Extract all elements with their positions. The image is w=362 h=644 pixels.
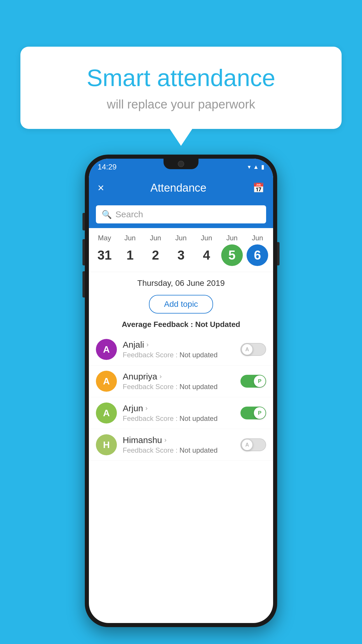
add-topic-button[interactable]: Add topic [149,295,213,314]
signal-icon: ▲ [253,164,259,170]
avg-feedback-row: Average Feedback : Not Updated [89,318,273,334]
page-title: Attendance [150,182,206,194]
calendar-strip: May31Jun1Jun2Jun3Jun4Jun5Jun6 [89,228,273,272]
student-name: Anjali › [123,340,235,350]
student-feedback-score: Feedback Score : Not updated [123,351,235,359]
student-list-item[interactable]: HHimanshu ›Feedback Score : Not updatedA [89,429,273,461]
calendar-month-label: Jun [252,234,263,242]
student-avatar: A [96,339,117,360]
phone-screen: 14:29 ▾ ▲ ▮ × Attendance 📅 🔍 Search [89,159,273,623]
student-feedback-score: Feedback Score : Not updated [123,446,235,454]
calendar-date-number[interactable]: 5 [221,244,243,266]
student-name: Anupriya › [123,372,235,382]
calendar-day[interactable]: Jun4 [195,234,218,266]
calendar-day[interactable]: Jun6 [246,234,269,266]
phone-outer: 14:29 ▾ ▲ ▮ × Attendance 📅 🔍 Search [85,155,277,627]
bubble-arrow [169,128,193,146]
bubble-subtitle: will replace your paperwork [44,97,318,111]
student-name: Himanshu › [123,435,235,445]
calendar-date-number[interactable]: 1 [119,244,141,266]
phone-container: 14:29 ▾ ▲ ▮ × Attendance 📅 🔍 Search [85,155,277,627]
calendar-month-label: May [98,234,111,242]
calendar-date-number[interactable]: 6 [247,244,268,266]
close-button[interactable]: × [98,182,104,194]
chevron-right-icon: › [164,436,166,444]
chevron-right-icon: › [145,405,147,412]
chevron-right-icon: › [159,373,161,380]
power-button [277,242,280,265]
volume-down-button [82,239,85,265]
calendar-day[interactable]: Jun5 [220,234,244,266]
toggle-knob: P [254,407,266,419]
attendance-toggle[interactable]: A [240,343,266,356]
selected-date: Thursday, 06 June 2019 [89,272,273,291]
student-list-item[interactable]: AAnjali ›Feedback Score : Not updatedA [89,334,273,365]
avg-feedback-value: Not Updated [195,320,240,329]
search-input-container[interactable]: 🔍 Search [96,205,266,223]
attendance-toggle[interactable]: P [240,375,266,388]
calendar-icon[interactable]: 📅 [253,182,264,193]
search-icon: 🔍 [102,210,112,219]
content-area: Thursday, 06 June 2019 Add topic Average… [89,272,273,461]
student-info: Anupriya ›Feedback Score : Not updated [123,372,235,391]
student-info: Anjali ›Feedback Score : Not updated [123,340,235,359]
toggle-knob: A [241,344,253,355]
calendar-day[interactable]: Jun3 [169,234,193,266]
speech-bubble: Smart attendance will replace your paper… [20,47,342,129]
calendar-date-number[interactable]: 4 [196,244,217,266]
calendar-day[interactable]: Jun1 [118,234,142,266]
toggle-knob: A [241,439,253,451]
speech-bubble-container: Smart attendance will replace your paper… [20,47,342,146]
calendar-month-label: Jun [175,234,187,242]
calendar-month-label: Jun [124,234,136,242]
student-name: Arjun › [123,403,235,413]
toggle-switch[interactable]: A [240,343,266,356]
calendar-date-number[interactable]: 31 [94,244,115,266]
avg-feedback-label: Average Feedback : [122,320,193,329]
chevron-right-icon: › [146,341,148,349]
student-feedback-score: Feedback Score : Not updated [123,383,235,391]
calendar-day[interactable]: May31 [93,234,116,266]
calendar-month-label: Jun [226,234,238,242]
student-info: Himanshu ›Feedback Score : Not updated [123,435,235,454]
toggle-switch[interactable]: A [240,438,266,451]
calendar-date-number[interactable]: 3 [170,244,192,266]
wifi-icon: ▾ [248,163,251,170]
volume-up-button [82,213,85,230]
attendance-toggle[interactable]: P [240,407,266,419]
student-info: Arjun ›Feedback Score : Not updated [123,403,235,423]
student-list-item[interactable]: AAnupriya ›Feedback Score : Not updatedP [89,365,273,397]
calendar-month-label: Jun [201,234,212,242]
search-bar-wrapper: 🔍 Search [89,201,273,228]
status-icons: ▾ ▲ ▮ [248,163,264,170]
battery-icon: ▮ [261,163,264,170]
calendar-month-label: Jun [150,234,161,242]
attendance-toggle[interactable]: A [240,438,266,451]
search-input[interactable]: Search [115,209,143,219]
toggle-switch[interactable]: P [240,375,266,388]
toggle-knob: P [254,375,266,387]
silent-button [82,271,85,298]
status-time: 14:29 [98,162,117,172]
student-avatar: A [96,371,117,392]
toggle-switch[interactable]: P [240,407,266,419]
phone-camera [178,161,184,167]
bubble-title: Smart attendance [44,64,318,92]
student-list: AAnjali ›Feedback Score : Not updatedAAA… [89,334,273,461]
student-avatar: A [96,402,117,424]
calendar-day[interactable]: Jun2 [144,234,167,266]
student-feedback-score: Feedback Score : Not updated [123,414,235,423]
student-avatar: H [96,434,117,455]
phone-notch [164,159,198,169]
student-list-item[interactable]: AArjun ›Feedback Score : Not updatedP [89,397,273,429]
app-header: × Attendance 📅 [89,175,273,201]
calendar-date-number[interactable]: 2 [145,244,166,266]
